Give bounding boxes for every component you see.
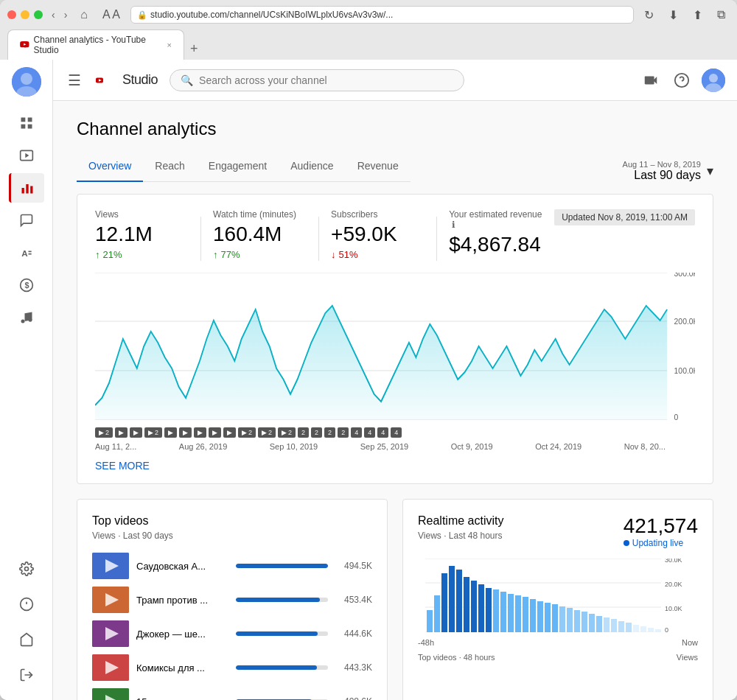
active-tab[interactable]: Channel analytics - YouTube Studio × (7, 29, 184, 60)
video-count-2: 453.4K (335, 595, 372, 605)
svg-text:30.0K: 30.0K (665, 559, 682, 564)
top-nav: ☰ Studio 🔍 (53, 60, 737, 101)
sidebar-item-whats-new[interactable] (9, 625, 44, 654)
yt-studio-logo[interactable]: Studio (96, 72, 158, 88)
tab-audience[interactable]: Audience (279, 151, 345, 182)
sidebar-toggle-button[interactable]: ⧉ (713, 7, 730, 23)
user-avatar[interactable] (702, 69, 725, 92)
maximize-button[interactable] (34, 10, 43, 19)
badge-7: ▶ (194, 427, 206, 438)
video-bar-container-2 (236, 598, 328, 602)
help-button[interactable] (671, 69, 693, 91)
video-item-4[interactable]: Комиксы для ... 443.3K (92, 654, 372, 681)
video-item-1[interactable]: Саудовская А... 494.5K (92, 553, 372, 579)
subscribers-value: +59.0K (331, 223, 425, 246)
close-button[interactable] (7, 10, 16, 19)
tab-close-button[interactable]: × (167, 41, 172, 49)
sidebar-item-subtitles[interactable]: A (9, 238, 44, 267)
stats-card: Views 12.1M 21% Watch time (minutes) 160… (77, 194, 713, 484)
app-layout: A $ (0, 60, 737, 700)
sidebar-item-dashboard[interactable] (9, 108, 44, 138)
realtime-subtitle: Views · Last 48 hours (418, 531, 503, 541)
date-range[interactable]: Aug 11 – Nov 8, 2019 Last 90 days ▾ (623, 160, 713, 182)
search-input[interactable] (199, 74, 453, 86)
stats-header: Views 12.1M 21% Watch time (minutes) 160… (95, 209, 695, 261)
svg-text:0: 0 (665, 626, 668, 632)
views-value: 12.1M (95, 223, 189, 246)
stat-views: Views 12.1M 21% (95, 209, 189, 260)
reader-view-button[interactable]: A A (98, 7, 125, 23)
video-title-2: Трамп против ... (136, 595, 228, 606)
content-area: Channel analytics Overview Reach Engagem… (53, 101, 737, 700)
svg-rect-53 (427, 610, 433, 632)
back-button[interactable]: ‹ (49, 7, 58, 22)
realtime-footer: Top videos · 48 hours Views (418, 653, 698, 662)
video-thumb-5 (92, 688, 129, 700)
tab-engagement[interactable]: Engagement (197, 151, 279, 182)
sidebar-item-feedback[interactable] (9, 589, 44, 619)
badge-8: ▶ (209, 427, 221, 438)
thumbnail-badges-row: ▶ 2 ▶ ▶ ▶ 2 ▶ ▶ ▶ ▶ ▶ ▶ 2 ▶ 2 ▶ 2 2 2 (95, 426, 695, 439)
date-dropdown-icon[interactable]: ▾ (707, 163, 713, 179)
search-bar[interactable]: 🔍 (170, 69, 464, 91)
badge-13: 2 (298, 427, 309, 438)
svg-rect-68 (537, 601, 543, 632)
address-bar[interactable]: 🔒 studio.youtube.com/channel/UCsKiNBoIWL… (130, 6, 634, 24)
tab-overview[interactable]: Overview (77, 151, 143, 182)
tab-revenue[interactable]: Revenue (346, 151, 411, 182)
x-label-7: Nov 8, 20... (624, 442, 666, 451)
svg-rect-82 (640, 626, 646, 632)
create-button[interactable] (640, 69, 662, 91)
x-label-4: Sep 25, 2019 (360, 442, 408, 451)
download-button[interactable]: ⬇ (664, 7, 682, 24)
svg-rect-10 (26, 184, 28, 194)
svg-text:100.0K: 100.0K (674, 366, 695, 375)
sidebar-item-settings[interactable] (9, 554, 44, 584)
video-item-3[interactable]: Джокер — ше... 444.6K (92, 620, 372, 647)
video-bar-1 (236, 564, 328, 568)
video-title-4: Комиксы для ... (136, 662, 228, 673)
svg-rect-64 (508, 594, 514, 632)
svg-rect-78 (611, 619, 617, 632)
sidebar-item-analytics[interactable] (9, 173, 44, 203)
svg-rect-73 (574, 610, 580, 632)
sidebar-item-videos[interactable] (9, 141, 44, 170)
realtime-header: Realtime activity Views · Last 48 hours … (418, 514, 698, 553)
share-button[interactable]: ⬆ (688, 7, 707, 24)
sidebar-bottom (9, 554, 44, 693)
svg-rect-83 (648, 628, 654, 632)
stat-divider-1 (200, 217, 201, 261)
stat-revenue: Your estimated revenue ℹ $4,867.84 (449, 209, 542, 259)
svg-rect-56 (449, 566, 455, 632)
svg-rect-66 (523, 597, 528, 632)
views-label: Views (95, 209, 189, 220)
video-bar-2 (236, 598, 320, 602)
updating-live: Updating live (624, 538, 698, 548)
svg-rect-57 (456, 570, 462, 632)
revenue-info-icon[interactable]: ℹ (452, 220, 455, 230)
hamburger-button[interactable]: ☰ (65, 69, 84, 92)
sidebar-avatar[interactable] (12, 67, 41, 97)
home-button[interactable]: ⌂ (76, 7, 92, 23)
sidebar-item-exit[interactable] (9, 660, 44, 690)
new-tab-button[interactable]: + (184, 38, 204, 60)
see-more-link[interactable]: SEE MORE (95, 460, 695, 472)
minimize-button[interactable] (21, 10, 29, 19)
analytics-chart: 300.0K 200.0K 100.0K 0 (95, 273, 695, 420)
stat-watch-time: Watch time (minutes) 160.4M 77% (213, 209, 307, 260)
tab-reach[interactable]: Reach (143, 151, 196, 182)
svg-text:$: $ (24, 281, 29, 290)
video-item-2[interactable]: Трамп против ... 453.4K (92, 587, 372, 613)
refresh-button[interactable]: ↻ (640, 7, 658, 24)
svg-text:200.0K: 200.0K (674, 317, 695, 326)
sidebar-item-monetization[interactable]: $ (9, 270, 44, 300)
top-videos-title: Top videos (92, 514, 372, 528)
sidebar-item-comments[interactable] (9, 206, 44, 235)
video-item-5[interactable]: 15 лет со дня ... 408.6K (92, 688, 372, 700)
browser-chrome: ‹ › ⌂ A A 🔒 studio.youtube.com/channel/U… (0, 0, 737, 60)
forward-button[interactable]: › (61, 7, 71, 22)
sidebar-item-audio[interactable] (9, 303, 44, 332)
realtime-chart: 30.0K 20.0K 10.0K 0 (418, 559, 698, 632)
svg-rect-62 (493, 589, 499, 632)
watch-time-change: 77% (213, 249, 307, 260)
